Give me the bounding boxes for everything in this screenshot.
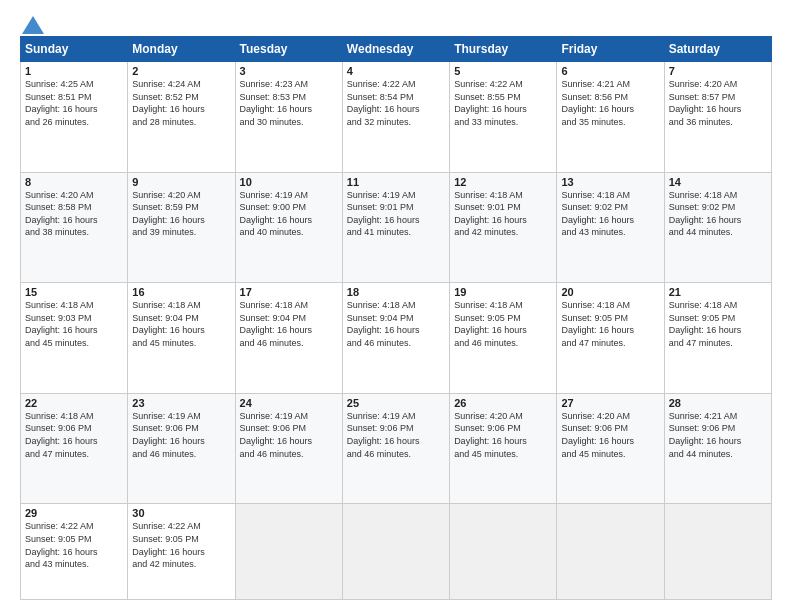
sunset-label: Sunset: 8:57 PM [669,92,736,102]
day-number: 4 [347,65,445,77]
daylight-label: Daylight: 16 hours [132,104,205,114]
daylight-minutes: and 44 minutes. [669,449,733,459]
logo-arrow-icon [22,16,44,34]
sunrise-label: Sunrise: 4:18 AM [669,300,738,310]
daylight-label: Daylight: 16 hours [132,215,205,225]
calendar-cell: 29 Sunrise: 4:22 AM Sunset: 9:05 PM Dayl… [21,504,128,600]
sunrise-label: Sunrise: 4:20 AM [25,190,94,200]
daylight-label: Daylight: 16 hours [454,104,527,114]
daylight-minutes: and 45 minutes. [561,449,625,459]
calendar-cell: 16 Sunrise: 4:18 AM Sunset: 9:04 PM Dayl… [128,283,235,394]
weekday-header-tuesday: Tuesday [235,37,342,62]
daylight-minutes: and 44 minutes. [669,227,733,237]
sunrise-label: Sunrise: 4:22 AM [132,521,201,531]
sunset-label: Sunset: 9:04 PM [240,313,307,323]
day-info: Sunrise: 4:18 AM Sunset: 9:05 PM Dayligh… [561,299,659,349]
day-info: Sunrise: 4:24 AM Sunset: 8:52 PM Dayligh… [132,78,230,128]
sunrise-label: Sunrise: 4:18 AM [561,190,630,200]
day-number: 5 [454,65,552,77]
day-info: Sunrise: 4:18 AM Sunset: 9:02 PM Dayligh… [561,189,659,239]
day-info: Sunrise: 4:18 AM Sunset: 9:04 PM Dayligh… [132,299,230,349]
sunrise-label: Sunrise: 4:18 AM [132,300,201,310]
day-number: 10 [240,176,338,188]
calendar-cell: 21 Sunrise: 4:18 AM Sunset: 9:05 PM Dayl… [664,283,771,394]
daylight-minutes: and 43 minutes. [25,559,89,569]
day-number: 11 [347,176,445,188]
logo [20,16,44,30]
sunset-label: Sunset: 9:06 PM [561,423,628,433]
day-info: Sunrise: 4:18 AM Sunset: 9:01 PM Dayligh… [454,189,552,239]
sunset-label: Sunset: 9:06 PM [25,423,92,433]
calendar-cell: 26 Sunrise: 4:20 AM Sunset: 9:06 PM Dayl… [450,393,557,504]
calendar-cell: 28 Sunrise: 4:21 AM Sunset: 9:06 PM Dayl… [664,393,771,504]
daylight-minutes: and 28 minutes. [132,117,196,127]
calendar-cell: 18 Sunrise: 4:18 AM Sunset: 9:04 PM Dayl… [342,283,449,394]
weekday-header-friday: Friday [557,37,664,62]
sunrise-label: Sunrise: 4:25 AM [25,79,94,89]
day-number: 13 [561,176,659,188]
calendar-cell: 11 Sunrise: 4:19 AM Sunset: 9:01 PM Dayl… [342,172,449,283]
sunset-label: Sunset: 8:51 PM [25,92,92,102]
day-number: 30 [132,507,230,519]
day-number: 16 [132,286,230,298]
sunrise-label: Sunrise: 4:18 AM [240,300,309,310]
sunrise-label: Sunrise: 4:19 AM [240,190,309,200]
calendar-cell: 22 Sunrise: 4:18 AM Sunset: 9:06 PM Dayl… [21,393,128,504]
calendar-cell: 12 Sunrise: 4:18 AM Sunset: 9:01 PM Dayl… [450,172,557,283]
calendar-cell: 25 Sunrise: 4:19 AM Sunset: 9:06 PM Dayl… [342,393,449,504]
sunrise-label: Sunrise: 4:19 AM [240,411,309,421]
weekday-header-thursday: Thursday [450,37,557,62]
daylight-minutes: and 45 minutes. [132,338,196,348]
daylight-label: Daylight: 16 hours [25,547,98,557]
sunset-label: Sunset: 9:01 PM [347,202,414,212]
sunset-label: Sunset: 9:06 PM [454,423,521,433]
daylight-minutes: and 45 minutes. [454,449,518,459]
day-info: Sunrise: 4:22 AM Sunset: 8:54 PM Dayligh… [347,78,445,128]
calendar-cell: 20 Sunrise: 4:18 AM Sunset: 9:05 PM Dayl… [557,283,664,394]
calendar-cell: 8 Sunrise: 4:20 AM Sunset: 8:58 PM Dayli… [21,172,128,283]
sunset-label: Sunset: 8:55 PM [454,92,521,102]
calendar-cell: 9 Sunrise: 4:20 AM Sunset: 8:59 PM Dayli… [128,172,235,283]
daylight-minutes: and 26 minutes. [25,117,89,127]
day-number: 2 [132,65,230,77]
weekday-header-wednesday: Wednesday [342,37,449,62]
day-number: 24 [240,397,338,409]
calendar-cell: 5 Sunrise: 4:22 AM Sunset: 8:55 PM Dayli… [450,62,557,173]
daylight-minutes: and 42 minutes. [454,227,518,237]
daylight-label: Daylight: 16 hours [240,215,313,225]
daylight-label: Daylight: 16 hours [132,547,205,557]
sunrise-label: Sunrise: 4:18 AM [25,300,94,310]
daylight-minutes: and 42 minutes. [132,559,196,569]
sunrise-label: Sunrise: 4:21 AM [561,79,630,89]
day-number: 9 [132,176,230,188]
daylight-minutes: and 39 minutes. [132,227,196,237]
daylight-minutes: and 46 minutes. [240,449,304,459]
calendar-cell: 4 Sunrise: 4:22 AM Sunset: 8:54 PM Dayli… [342,62,449,173]
sunset-label: Sunset: 9:06 PM [669,423,736,433]
calendar-table: SundayMondayTuesdayWednesdayThursdayFrid… [20,36,772,600]
day-info: Sunrise: 4:22 AM Sunset: 9:05 PM Dayligh… [132,520,230,570]
sunset-label: Sunset: 9:06 PM [240,423,307,433]
day-info: Sunrise: 4:18 AM Sunset: 9:05 PM Dayligh… [669,299,767,349]
day-number: 29 [25,507,123,519]
daylight-label: Daylight: 16 hours [669,104,742,114]
day-number: 8 [25,176,123,188]
sunset-label: Sunset: 8:54 PM [347,92,414,102]
sunset-label: Sunset: 8:53 PM [240,92,307,102]
sunrise-label: Sunrise: 4:18 AM [454,190,523,200]
sunrise-label: Sunrise: 4:20 AM [132,190,201,200]
sunset-label: Sunset: 9:06 PM [347,423,414,433]
daylight-minutes: and 43 minutes. [561,227,625,237]
sunset-label: Sunset: 9:02 PM [669,202,736,212]
day-number: 17 [240,286,338,298]
day-number: 21 [669,286,767,298]
daylight-minutes: and 46 minutes. [347,449,411,459]
daylight-minutes: and 36 minutes. [669,117,733,127]
sunrise-label: Sunrise: 4:23 AM [240,79,309,89]
day-info: Sunrise: 4:23 AM Sunset: 8:53 PM Dayligh… [240,78,338,128]
daylight-label: Daylight: 16 hours [561,436,634,446]
daylight-minutes: and 46 minutes. [347,338,411,348]
daylight-minutes: and 47 minutes. [561,338,625,348]
day-info: Sunrise: 4:22 AM Sunset: 9:05 PM Dayligh… [25,520,123,570]
day-info: Sunrise: 4:20 AM Sunset: 8:58 PM Dayligh… [25,189,123,239]
